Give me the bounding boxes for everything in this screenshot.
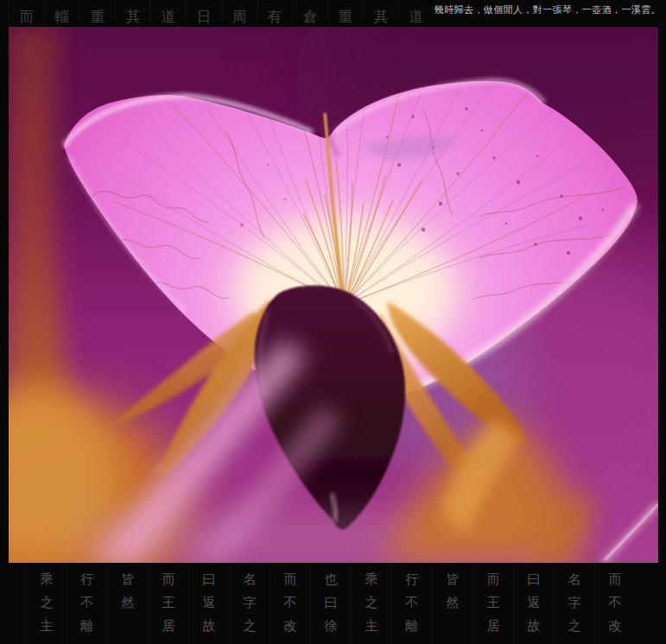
calligraphy-column: 曰返故 — [188, 563, 229, 644]
calligraphy-char: 而 — [609, 567, 622, 590]
framed-photo: 而輜重其道日周有倉重其道 幾時歸去，做個閒人，對一張琴，一壺酒，一溪雲。 — [0, 0, 666, 644]
calligraphy-char: 返 — [528, 590, 541, 614]
calligraphy-char: 也 — [325, 567, 338, 590]
calligraphy-char: 日 — [186, 0, 221, 27]
flower-photo — [9, 27, 658, 563]
calligraphy-column: 皆然 — [432, 563, 473, 644]
calligraphy-char: 然 — [447, 590, 460, 614]
calligraphy-char: 故 — [528, 614, 541, 637]
calligraphy-char: 離 — [81, 614, 94, 637]
calligraphy-column: 乘之主 — [26, 563, 67, 644]
calligraphy-column: 而不改 — [594, 563, 635, 644]
calligraphy-column: 而王居 — [473, 563, 513, 644]
calligraphy-char: 重 — [79, 0, 115, 27]
calligraphy-char: 其 — [363, 0, 398, 27]
calligraphy-char: 王 — [162, 590, 175, 614]
calligraphy-char: 而 — [284, 567, 297, 590]
calligraphy-char: 居 — [487, 614, 500, 637]
calligraphy-column: 也曰徐 — [310, 563, 351, 644]
calligraphy-char: 輜 — [44, 0, 79, 27]
calligraphy-char: 而 — [487, 567, 500, 590]
calligraphy-char: 名 — [244, 567, 257, 590]
calligraphy-char: 行 — [406, 567, 419, 590]
calligraphy-char: 其 — [115, 0, 150, 27]
calligraphy-char: 離 — [406, 614, 419, 637]
calligraphy-char: 主 — [41, 614, 54, 637]
calligraphy-char: 有 — [257, 0, 292, 27]
calligraphy-char: 行 — [81, 567, 94, 590]
calligraphy-char: 倉 — [292, 0, 327, 27]
calligraphy-column: 名字之 — [229, 563, 270, 644]
calligraphy-column: 皆然 — [107, 563, 148, 644]
calligraphy-char: 不 — [609, 590, 622, 614]
calligraphy-char: 而 — [9, 0, 44, 27]
calligraphy-char: 返 — [203, 590, 216, 614]
photo-caption: 幾時歸去，做個閒人，對一張琴，一壺酒，一溪雲。 — [434, 3, 661, 16]
calligraphy-char: 改 — [284, 614, 297, 637]
calligraphy-char: 乘 — [365, 567, 378, 590]
calligraphy-column: 而不改 — [270, 563, 310, 644]
calligraphy-char: 之 — [41, 590, 54, 614]
calligraphy-char: 之 — [568, 614, 581, 637]
calligraphy-char: 改 — [609, 614, 622, 637]
calligraphy-char: 重 — [327, 0, 363, 27]
calligraphy-char: 字 — [568, 590, 581, 614]
calligraphy-char: 皆 — [447, 567, 460, 590]
frame-top-calligraphy: 而輜重其道日周有倉重其道 — [9, 0, 434, 27]
calligraphy-char: 皆 — [122, 567, 135, 590]
calligraphy-column: 而王居 — [148, 563, 188, 644]
calligraphy-column: 曰返故 — [513, 563, 554, 644]
calligraphy-char: 王 — [487, 590, 500, 614]
calligraphy-char: 曰 — [325, 590, 338, 614]
calligraphy-char: 之 — [244, 614, 257, 637]
calligraphy-char: 曰 — [528, 567, 541, 590]
calligraphy-column: 名字之 — [554, 563, 594, 644]
calligraphy-char: 然 — [122, 590, 135, 614]
calligraphy-char: 周 — [221, 0, 257, 27]
frame-bottom-calligraphy: 乘之主行不離皆然而王居曰返故名字之而不改也曰徐乘之主行不離皆然而王居曰返故名字之… — [0, 563, 666, 644]
calligraphy-char: 之 — [365, 590, 378, 614]
calligraphy-char: 居 — [162, 614, 175, 637]
calligraphy-char: 主 — [365, 614, 378, 637]
calligraphy-column: 乘之主 — [351, 563, 391, 644]
calligraphy-char: 字 — [244, 590, 257, 614]
calligraphy-char: 道 — [398, 0, 434, 27]
calligraphy-char: 名 — [568, 567, 581, 590]
calligraphy-char: 不 — [406, 590, 419, 614]
calligraphy-char: 曰 — [203, 567, 216, 590]
calligraphy-column: 行不離 — [391, 563, 432, 644]
calligraphy-char: 而 — [162, 567, 175, 590]
calligraphy-char: 乘 — [41, 567, 54, 590]
calligraphy-column: 行不離 — [67, 563, 107, 644]
calligraphy-char: 不 — [284, 590, 297, 614]
calligraphy-char: 不 — [81, 590, 94, 614]
calligraphy-char: 徐 — [325, 614, 338, 637]
calligraphy-char: 道 — [150, 0, 186, 27]
calligraphy-char: 故 — [203, 614, 216, 637]
